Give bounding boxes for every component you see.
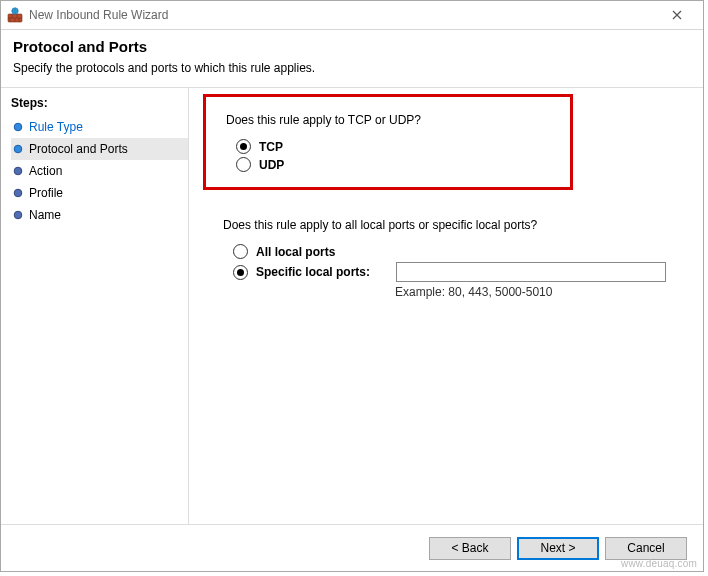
protocol-highlight-box: Does this rule apply to TCP or UDP? TCP … <box>203 94 573 190</box>
sidebar-item-label: Action <box>29 164 62 178</box>
radio-indicator-icon <box>236 139 251 154</box>
sidebar-item-rule-type[interactable]: Rule Type <box>11 116 188 138</box>
wizard-footer: < Back Next > Cancel <box>1 524 703 571</box>
radio-indicator-icon <box>233 244 248 259</box>
wizard-window: New Inbound Rule Wizard Protocol and Por… <box>0 0 704 572</box>
svg-point-10 <box>14 123 22 131</box>
sidebar-item-label: Protocol and Ports <box>29 142 128 156</box>
ports-example-text: Example: 80, 443, 5000-5010 <box>395 285 689 299</box>
steps-sidebar: Steps: Rule Type Protocol and Ports Acti… <box>1 88 189 524</box>
wizard-body: Steps: Rule Type Protocol and Ports Acti… <box>1 88 703 524</box>
close-button[interactable] <box>655 1 699 29</box>
radio-all-ports[interactable]: All local ports <box>233 244 689 259</box>
specific-ports-input[interactable] <box>396 262 666 282</box>
radio-label: Specific local ports: <box>256 265 396 279</box>
sidebar-item-label: Profile <box>29 186 63 200</box>
steps-heading: Steps: <box>11 96 188 110</box>
radio-udp[interactable]: UDP <box>236 157 558 172</box>
page-title: Protocol and Ports <box>13 38 691 55</box>
window-title: New Inbound Rule Wizard <box>29 8 655 22</box>
svg-point-12 <box>14 167 22 175</box>
sidebar-item-protocol-ports[interactable]: Protocol and Ports <box>11 138 188 160</box>
sidebar-item-label: Name <box>29 208 61 222</box>
page-subtitle: Specify the protocols and ports to which… <box>13 61 691 75</box>
sidebar-item-label: Rule Type <box>29 120 83 134</box>
sidebar-item-action[interactable]: Action <box>11 160 188 182</box>
radio-label: UDP <box>259 158 284 172</box>
firewall-icon <box>7 7 23 23</box>
svg-point-13 <box>14 189 22 197</box>
next-button[interactable]: Next > <box>517 537 599 560</box>
radio-label: TCP <box>259 140 283 154</box>
svg-point-14 <box>14 211 22 219</box>
watermark-text: www.deuaq.com <box>621 558 697 569</box>
ports-section: Does this rule apply to all local ports … <box>203 218 689 299</box>
ports-question: Does this rule apply to all local ports … <box>223 218 689 232</box>
radio-label: All local ports <box>256 245 335 259</box>
radio-specific-ports-row: Specific local ports: <box>233 262 689 282</box>
radio-tcp[interactable]: TCP <box>236 139 558 154</box>
radio-indicator-icon <box>236 157 251 172</box>
back-button[interactable]: < Back <box>429 537 511 560</box>
sidebar-item-profile[interactable]: Profile <box>11 182 188 204</box>
wizard-header: Protocol and Ports Specify the protocols… <box>1 30 703 88</box>
wizard-content: Does this rule apply to TCP or UDP? TCP … <box>189 88 703 524</box>
svg-point-11 <box>14 145 22 153</box>
titlebar: New Inbound Rule Wizard <box>1 1 703 30</box>
protocol-question: Does this rule apply to TCP or UDP? <box>226 113 558 127</box>
radio-specific-ports[interactable] <box>233 265 248 280</box>
sidebar-item-name[interactable]: Name <box>11 204 188 226</box>
cancel-button[interactable]: Cancel <box>605 537 687 560</box>
